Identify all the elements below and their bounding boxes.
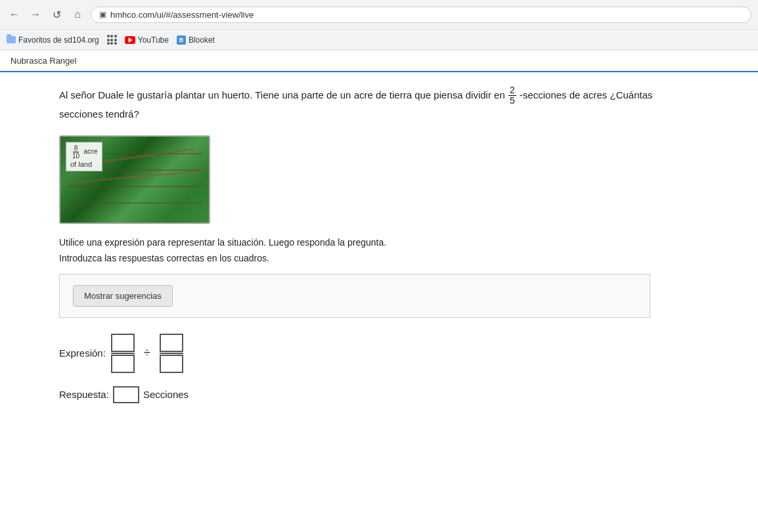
blooket-bookmark[interactable]: B Blooket <box>177 35 215 45</box>
secciones-label: Secciones <box>143 389 189 400</box>
expr-denominator-2[interactable] <box>160 355 183 373</box>
instructions-2: Introduzca las respuestas correctas en l… <box>59 253 663 263</box>
folder-icon <box>7 36 16 43</box>
dot4 <box>107 39 110 41</box>
dot9 <box>114 42 117 45</box>
expression-label: Expresión: ÷ <box>59 334 183 373</box>
youtube-icon <box>125 36 135 44</box>
blooket-label: Blooket <box>189 35 215 45</box>
dot1 <box>107 35 110 37</box>
question-text-part1: Al señor Duale le gustaría plantar un hu… <box>59 89 505 100</box>
fraction-divider-2 <box>160 353 183 354</box>
instructions-1: Utilice una expresión para representar l… <box>59 237 663 248</box>
address-bar[interactable]: ▣ hmhco.com/ui/#/assessment-view/live <box>91 7 751 23</box>
image-label: 8 10 acre of land <box>66 142 102 171</box>
page-content: Nubrasca Rangel Al señor Duale le gustar… <box>0 51 758 416</box>
answer-area: Respuesta: Secciones <box>59 386 663 403</box>
browser-chrome: ← → ↺ ⌂ ▣ hmhco.com/ui/#/assessment-view… <box>0 0 758 51</box>
youtube-label: YouTube <box>138 35 169 45</box>
garden-row-4 <box>68 202 201 204</box>
browser-toolbar: ← → ↺ ⌂ ▣ hmhco.com/ui/#/assessment-view… <box>0 0 758 29</box>
favorites-folder[interactable]: Favoritos de sd104.org <box>7 35 99 45</box>
dot5 <box>110 39 113 41</box>
expr-numerator-2[interactable] <box>160 334 183 352</box>
image-label-line2: of land <box>70 160 98 169</box>
back-button[interactable]: ← <box>7 7 22 22</box>
expression-fraction1 <box>111 334 135 373</box>
garden-row-3 <box>68 186 201 187</box>
expression-text: Expresión: <box>59 347 106 359</box>
url-text: hmhco.com/ui/#/assessment-view/live <box>110 10 254 20</box>
label-frac-num: 8 <box>73 144 79 152</box>
garden-image: 8 10 acre of land <box>59 135 210 224</box>
reload-button[interactable]: ↺ <box>49 7 64 22</box>
home-button[interactable]: ⌂ <box>70 7 85 22</box>
answer-input[interactable] <box>113 386 139 403</box>
image-label-line1: 8 10 acre <box>70 144 98 160</box>
dot6 <box>114 39 117 41</box>
dot3 <box>114 35 117 37</box>
dot7 <box>107 42 110 45</box>
fraction-denominator: 5 <box>508 96 516 106</box>
hint-button[interactable]: Mostrar sugerencias <box>73 285 173 307</box>
user-bar: Nubrasca Rangel <box>0 51 758 72</box>
forward-button[interactable]: → <box>28 7 43 22</box>
expression-fraction2 <box>160 334 183 373</box>
question-text: Al señor Duale le gustaría plantar un hu… <box>59 85 663 122</box>
expression-area: Expresión: ÷ <box>59 334 663 373</box>
page-icon: ▣ <box>99 10 106 19</box>
image-container: 8 10 acre of land <box>59 135 210 224</box>
dot8 <box>110 42 113 45</box>
fraction-numerator: 2 <box>508 85 516 96</box>
user-name: Nubrasca Rangel <box>11 56 76 66</box>
answer-label: Respuesta: <box>59 389 109 400</box>
favorites-label: Favoritos de sd104.org <box>18 35 99 45</box>
youtube-bookmark[interactable]: YouTube <box>125 35 169 45</box>
question-fraction: 2 5 <box>508 85 516 106</box>
apps-icon[interactable] <box>107 35 117 45</box>
blooket-icon: B <box>177 35 186 45</box>
bookmarks-bar: Favoritos de sd104.org YouTube B Blooket <box>0 29 758 50</box>
label-frac-den: 10 <box>71 152 81 160</box>
expr-numerator-1[interactable] <box>111 334 135 352</box>
dot2 <box>110 35 113 37</box>
expr-denominator-1[interactable] <box>111 355 135 373</box>
fraction-divider-1 <box>111 353 135 354</box>
divide-symbol: ÷ <box>144 346 150 360</box>
label-fraction: 8 10 <box>71 144 81 160</box>
hint-box: Mostrar sugerencias <box>59 274 650 318</box>
question-area: Al señor Duale le gustaría plantar un hu… <box>0 72 723 416</box>
label-acre: acre <box>83 147 97 155</box>
